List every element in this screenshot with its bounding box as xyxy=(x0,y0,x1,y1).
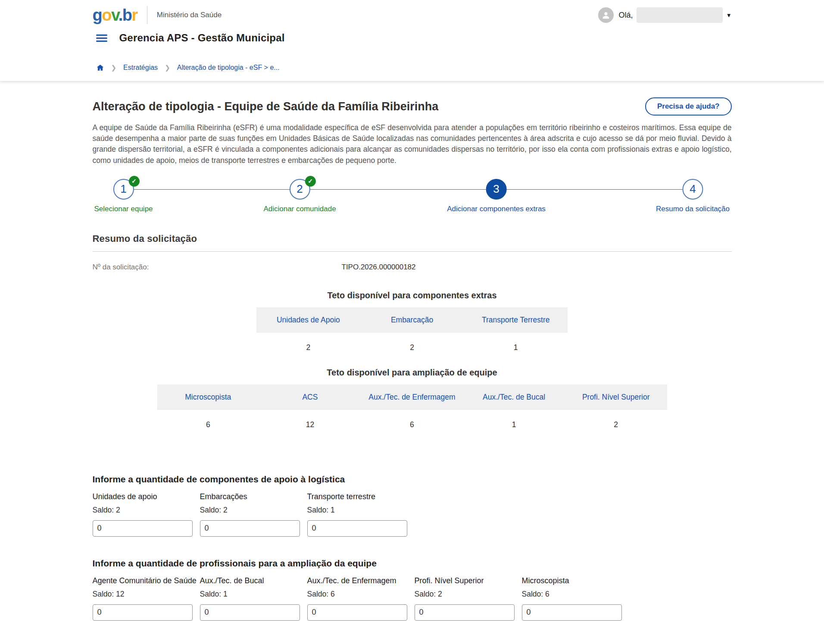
ministry-name: Ministério da Saúde xyxy=(157,11,222,19)
table-row: 2 2 1 xyxy=(256,333,568,361)
column-header: Embarcação xyxy=(360,307,464,333)
field-label: Agente Comunitário de Saúde xyxy=(93,576,193,585)
step-2-adicionar-comunidade[interactable]: 2 ✓ Adicionar comunidade xyxy=(263,179,336,213)
help-button[interactable]: Precisa de ajuda? xyxy=(645,97,732,116)
aux-tec-bucal-input[interactable] xyxy=(200,604,300,621)
step-label: Adicionar componentes extras xyxy=(447,205,546,213)
field-label: Aux./Tec. de Enfermagem xyxy=(307,576,407,585)
table-cell: 6 xyxy=(157,410,259,438)
stepper-line xyxy=(124,189,693,190)
column-header: ACS xyxy=(259,385,361,410)
user-menu[interactable]: Olá, ▼ xyxy=(598,7,732,23)
step-1-selecionar-equipe[interactable]: 1 ✓ Selecionar equipe xyxy=(94,179,153,213)
user-greeting: Olá, xyxy=(619,11,633,20)
field-aux-tec-bucal: Aux./Tec. de Bucal Saldo: 1 xyxy=(200,576,300,621)
step-3-adicionar-componentes-extras[interactable]: 3 Adicionar componentes extras xyxy=(447,179,546,213)
table-componentes-extras: Teto disponível para componentes extras … xyxy=(256,291,568,361)
field-saldo: Saldo: 1 xyxy=(307,506,407,515)
aux-tec-enfermagem-input[interactable] xyxy=(307,604,407,621)
field-label: Microscopista xyxy=(522,576,622,585)
section-title: Informe a quantidade de profissionais pa… xyxy=(93,558,732,569)
step-circle: 2 ✓ xyxy=(290,179,310,200)
breadcrumb-link-current[interactable]: Alteração de tipologia - eSF > e... xyxy=(177,64,280,72)
logo-letter: r xyxy=(132,6,137,24)
field-label: Embarcações xyxy=(200,492,300,501)
table-title: Teto disponível para ampliação de equipe xyxy=(157,368,667,378)
profi-nivel-superior-input[interactable] xyxy=(415,604,515,621)
field-transporte-terrestre: Transporte terrestre Saldo: 1 xyxy=(307,492,407,537)
table-row: 6 12 6 1 2 xyxy=(157,410,667,438)
field-saldo: Saldo: 6 xyxy=(522,590,622,599)
field-saldo: Saldo: 2 xyxy=(200,506,300,515)
step-label: Resumo da solicitação xyxy=(656,205,730,213)
summary-title: Resumo da solicitação xyxy=(93,233,732,244)
logo-letter: b xyxy=(122,6,132,24)
field-agente-comunitario: Agente Comunitário de Saúde Saldo: 12 xyxy=(93,576,193,621)
table-cell: 1 xyxy=(463,410,565,438)
chevron-right-icon: ❯ xyxy=(111,64,117,72)
column-header: Aux./Tec. de Bucal xyxy=(463,385,565,410)
unidades-de-apoio-input[interactable] xyxy=(93,520,193,537)
field-label: Profi. Nível Superior xyxy=(415,576,515,585)
logo-letter: g xyxy=(93,6,102,24)
table-cell: 1 xyxy=(464,333,568,361)
main-content: Alteração de tipologia - Equipe de Saúde… xyxy=(0,81,824,644)
request-number-label: Nº da solicitação: xyxy=(93,263,149,271)
check-icon: ✓ xyxy=(305,176,316,187)
table-cell: 2 xyxy=(565,410,667,438)
caret-down-icon[interactable]: ▼ xyxy=(726,12,732,19)
step-circle: 3 xyxy=(486,179,507,200)
step-4-resumo-da-solicitacao[interactable]: 4 Resumo da solicitação xyxy=(656,179,730,213)
field-saldo: Saldo: 2 xyxy=(415,590,515,599)
divider xyxy=(93,251,732,252)
table-cell: 2 xyxy=(256,333,360,361)
step-circle: 1 ✓ xyxy=(113,179,134,200)
logo-letter: o xyxy=(102,6,111,24)
divider xyxy=(147,6,147,24)
home-icon[interactable] xyxy=(96,64,104,72)
check-icon: ✓ xyxy=(128,176,139,187)
table-title: Teto disponível para componentes extras xyxy=(256,291,568,300)
menu-icon[interactable] xyxy=(96,33,107,44)
transporte-terrestre-input[interactable] xyxy=(307,520,407,537)
logo-letter: v xyxy=(111,6,119,24)
avatar-icon xyxy=(598,7,614,23)
field-label: Transporte terrestre xyxy=(307,492,407,501)
table-cell: 12 xyxy=(259,410,361,438)
field-unidades-de-apoio: Unidades de apoio Saldo: 2 xyxy=(93,492,193,537)
field-aux-tec-enfermagem: Aux./Tec. de Enfermagem Saldo: 6 xyxy=(307,576,407,621)
stepper: 1 ✓ Selecionar equipe 2 ✓ Adicionar comu… xyxy=(93,179,732,219)
column-header: Unidades de Apoio xyxy=(256,307,360,333)
table-ampliacao-equipe: Teto disponível para ampliação de equipe… xyxy=(157,368,667,438)
field-saldo: Saldo: 12 xyxy=(93,590,193,599)
agente-comunitario-input[interactable] xyxy=(93,604,193,621)
page-description: A equipe de Saúde da Família Ribeirinha … xyxy=(93,122,732,166)
field-label: Unidades de apoio xyxy=(93,492,193,501)
section-title: Informe a quantidade de componentes de a… xyxy=(93,474,732,485)
field-saldo: Saldo: 1 xyxy=(200,590,300,599)
table-header-row: Microscopista ACS Aux./Tec. de Enfermage… xyxy=(157,385,667,410)
logistics-form-section: Informe a quantidade de componentes de a… xyxy=(93,474,732,537)
column-header: Transporte Terrestre xyxy=(464,307,568,333)
breadcrumb: ❯ Estratégias ❯ Alteração de tipologia -… xyxy=(93,64,732,81)
breadcrumb-link-estrategias[interactable]: Estratégias xyxy=(123,64,158,72)
table-cell: 6 xyxy=(361,410,463,438)
user-name-redacted xyxy=(637,7,723,23)
logo-letter: . xyxy=(119,6,122,24)
step-label: Selecionar equipe xyxy=(94,205,153,213)
embarcacoes-input[interactable] xyxy=(200,520,300,537)
header: gov.br Ministério da Saúde Olá, ▼ Gerenc… xyxy=(0,0,824,81)
request-number-value: TIPO.2026.000000182 xyxy=(342,263,416,272)
govbr-logo[interactable]: gov.br xyxy=(93,7,137,23)
field-saldo: Saldo: 6 xyxy=(307,590,407,599)
microscopista-input[interactable] xyxy=(522,604,622,621)
app-title: Gerencia APS - Gestão Municipal xyxy=(119,32,285,44)
column-header: Profi. Nível Superior xyxy=(565,385,667,410)
field-saldo: Saldo: 2 xyxy=(93,506,193,515)
column-header: Aux./Tec. de Enfermagem xyxy=(361,385,463,410)
step-circle: 4 xyxy=(683,179,703,200)
page-title: Alteração de tipologia - Equipe de Saúde… xyxy=(93,100,439,113)
field-microscopista: Microscopista Saldo: 6 xyxy=(522,576,622,621)
column-header: Microscopista xyxy=(157,385,259,410)
table-header-row: Unidades de Apoio Embarcação Transporte … xyxy=(256,307,568,333)
